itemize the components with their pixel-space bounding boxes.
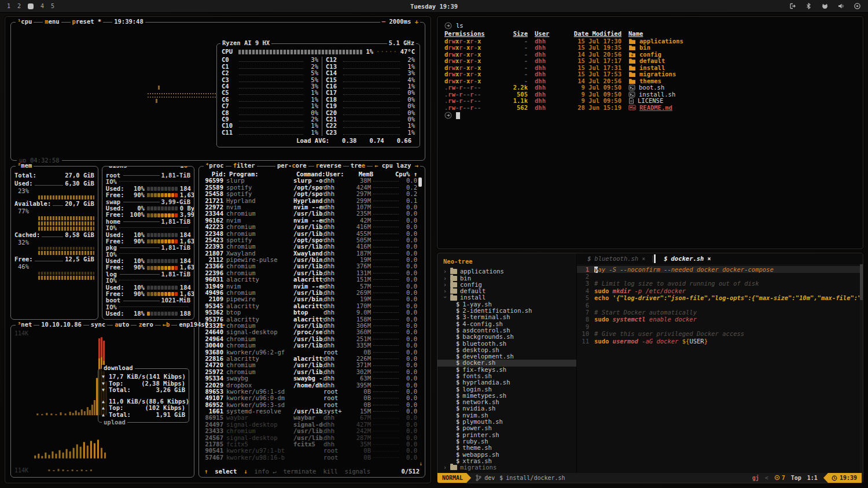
proc-scrollbar-thumb[interactable] xyxy=(418,178,422,187)
close-icon[interactable]: × xyxy=(707,256,711,262)
tree-item-default[interactable]: ›default xyxy=(437,288,576,294)
process-row[interactable]: 25458spotify/opt/spotify/spotidhh297M0.2 xyxy=(202,191,417,197)
process-row[interactable]: 96599slurpslurp -ordhh38M0.0 xyxy=(202,178,417,184)
tree-item-backgrounds.sh[interactable]: $backgrounds.sh xyxy=(437,334,576,340)
process-row[interactable]: 49496chromium/usr/lib/chromium/dhh269M0.… xyxy=(202,290,417,296)
process-row[interactable]: 95362btopbtopdhh9.0M0.0 xyxy=(202,309,417,316)
process-row[interactable]: 25589spotify/opt/spotify/spotidhh424M0.2 xyxy=(202,184,417,191)
reverse-toggle[interactable]: reverse xyxy=(314,162,343,169)
process-row[interactable]: 22348chromium/usr/lib/chromium/dhh455M0.… xyxy=(202,231,417,237)
process-row[interactable]: 25972chromium/usr/lib/chromium/dhh302M0.… xyxy=(202,369,417,375)
volume-icon[interactable] xyxy=(837,2,845,10)
process-row[interactable]: 86915waybarwaybardhh67M0.0 xyxy=(202,415,417,421)
process-row[interactable]: 96031alacrittyalacrittydhh151M0.0 xyxy=(202,276,417,283)
process-row[interactable]: 90541kworker/u97:1-btroot0B0.0 xyxy=(202,448,417,454)
process-row[interactable]: 95334swaybgswaybg -i /home/dhdhh63M0.0 xyxy=(202,375,417,382)
proc-action-[interactable]: ↑ xyxy=(204,468,208,475)
process-row[interactable]: 22816alacrittyalacrittydhh226M0.0 xyxy=(202,356,417,362)
process-row[interactable]: 25423spotify/opt/spotify/spotidhh505M0.0 xyxy=(202,237,417,243)
process-row[interactable]: 21807XwaylandXwayland :0 -rootldhh187M0.… xyxy=(202,250,417,257)
tree-item-migrations[interactable]: ›migrations xyxy=(437,464,576,471)
file-name: migrations xyxy=(628,71,856,78)
process-row[interactable]: 23321chromium/usr/lib/chromium/dhh306M0.… xyxy=(202,323,417,329)
tree-item-hyprlandia.sh[interactable]: $hyprlandia.sh xyxy=(437,379,576,386)
process-row[interactable]: 23366chromium/usr/lib/chromium/dhh376M0.… xyxy=(202,263,417,269)
process-row[interactable]: 95345alacrittyalacritty -e btopdhh170M0.… xyxy=(202,303,417,309)
process-row[interactable]: 22972nvimnvim --embed .dhh107M0.0 xyxy=(202,204,417,210)
workspace-active[interactable] xyxy=(28,3,34,9)
proc-action-kill[interactable]: kill xyxy=(323,468,337,475)
process-row[interactable]: 31949nvimnvim --embed .dhh57M0.0 xyxy=(202,283,417,290)
tree-item-3-terminal.sh[interactable]: $3-terminal.sh xyxy=(437,314,576,320)
process-row[interactable]: 24640signal-desktop/proc/self/exe --tdhh… xyxy=(202,329,417,335)
code-editor[interactable]: 1yay -S --noconfirm --needed docker dock… xyxy=(577,264,863,473)
per-core-toggle[interactable]: per-core xyxy=(275,162,308,169)
tree-item-docker.sh[interactable]: $docker.sh xyxy=(437,360,576,366)
menu-button[interactable]: menu xyxy=(43,19,61,25)
process-row[interactable]: 21721HyprlandHyprlanddhh299M0.1 xyxy=(202,198,417,204)
tab-docker.sh[interactable]: $docker.sh× xyxy=(657,253,718,264)
logout-icon[interactable] xyxy=(789,2,796,10)
tree-item-bin[interactable]: ›bin xyxy=(437,275,576,282)
process-row[interactable]: 2112pipewire-pulse/usr/bin/pipewire-dhh1… xyxy=(202,257,417,263)
core-meter xyxy=(239,134,303,135)
workspace-2[interactable]: 2 xyxy=(17,3,21,9)
net-zero-toggle[interactable]: zero xyxy=(137,321,155,328)
workspace-4[interactable]: 4 xyxy=(41,3,44,9)
filter-button[interactable]: filter xyxy=(231,162,257,169)
process-row[interactable]: 24497signal-desktopsignal-desktopdhh427M… xyxy=(202,422,417,428)
tab-bluetooth.sh[interactable]: $bluetooth.sh× xyxy=(580,253,652,264)
proc-action-terminate[interactable]: terminate xyxy=(284,468,317,475)
process-row[interactable]: 24567signal-desktop/usr/lib/signal-dedhh… xyxy=(202,435,417,441)
proc-action-signals[interactable]: signals xyxy=(345,468,370,475)
net-auto-toggle[interactable]: auto xyxy=(113,321,131,328)
process-row[interactable]: 89653kworker/u96:1-sdroot0B0.0 xyxy=(202,389,417,395)
tree-toggle[interactable]: tree xyxy=(349,162,367,169)
process-row[interactable]: 22393chromium/usr/lib/chromium/dhh416M0.… xyxy=(202,243,417,250)
process-row[interactable]: 42223chromium/usr/lib/chromium/dhh416M0.… xyxy=(202,224,417,230)
workspace-1[interactable]: 1 xyxy=(7,3,10,9)
process-row[interactable]: 95376alacrittyalacrittydhh158M0.0 xyxy=(202,316,417,323)
editor-scrollbar-thumb[interactable] xyxy=(860,264,863,300)
process-row[interactable]: 24964chromium/usr/lib/chromium/dhh251M0.… xyxy=(202,336,417,342)
tree-item-power.sh[interactable]: $power.sh xyxy=(437,425,576,431)
bluetooth-icon[interactable] xyxy=(805,2,812,10)
tree-item-config[interactable]: ›config xyxy=(437,282,576,288)
net-sync-toggle[interactable]: sync xyxy=(89,321,107,328)
close-icon[interactable]: × xyxy=(642,256,645,262)
tree-item-xtras.sh[interactable]: $xtras.sh xyxy=(437,458,576,464)
process-row[interactable]: 24720chromium/usr/lib/chromium/dhh371M0.… xyxy=(202,362,417,368)
interval-control[interactable]: — 2000ms + xyxy=(380,19,420,25)
process-row[interactable]: 23344chromium/usr/lib/chromium/dhh235M0.… xyxy=(202,210,417,217)
io-toggle[interactable]: io xyxy=(178,166,189,169)
core-meter xyxy=(239,88,303,88)
process-row[interactable]: 23433chromium/usr/lib/chromium/dhh242M0.… xyxy=(202,428,417,434)
process-row[interactable]: 86952kworker/u96:3-sdroot0B0.0 xyxy=(202,402,417,408)
process-row[interactable]: 93680kworker/u96:2-gfroot0B0.0 xyxy=(202,349,417,356)
process-row[interactable]: 21785fcitx5fcitx5dhh35M0.0 xyxy=(202,441,417,448)
net-prev-iface[interactable]: ←b xyxy=(161,321,172,328)
process-row[interactable]: 2109pipewire/usr/bin/pipewiredhh19M0.0 xyxy=(202,296,417,302)
proc-action-select[interactable]: select xyxy=(215,468,237,475)
core-usage: 5% xyxy=(306,70,318,76)
tree-item-install[interactable]: ›install xyxy=(437,294,576,301)
tree-item-applications[interactable]: ›applications xyxy=(437,268,576,275)
core-meter xyxy=(343,94,400,95)
tree-item-theme.sh[interactable]: $theme.sh xyxy=(437,445,576,451)
proc-action-info[interactable]: info ↵ xyxy=(255,468,277,475)
process-row[interactable]: 57467kworker/u98:16-broot0B0.0 xyxy=(202,454,417,461)
process-row[interactable]: 22396chromium/usr/lib/chromium/dhh131M0.… xyxy=(202,270,417,276)
process-row[interactable]: 49107kworker/u96:0-dmroot0B0.0 xyxy=(202,395,417,401)
editor-scrollbar[interactable] xyxy=(860,264,863,473)
terminal[interactable]: ls Permissions Size User Date Modified N… xyxy=(437,17,863,249)
preset-button[interactable]: preset * xyxy=(71,19,104,25)
cat-icon[interactable] xyxy=(821,2,829,10)
sort-selector[interactable]: ← cpu lazy → xyxy=(373,162,420,169)
proc-action-[interactable]: ↓ xyxy=(244,468,247,475)
workspace-5[interactable]: 5 xyxy=(51,3,54,9)
process-row[interactable]: 22029dropbox/home/dhh/.dropboxdhh395M0.0 xyxy=(202,382,417,389)
process-row[interactable]: 1661systemd-resolve/usr/lib/systemd/ssys… xyxy=(202,408,417,415)
process-row[interactable]: 30040chromium/usr/lib/chromium/dhh335M0.… xyxy=(202,342,417,349)
record-icon[interactable] xyxy=(854,2,861,10)
process-row[interactable]: 96162nvimnvim --embed .dhh42M0.0 xyxy=(202,217,417,224)
